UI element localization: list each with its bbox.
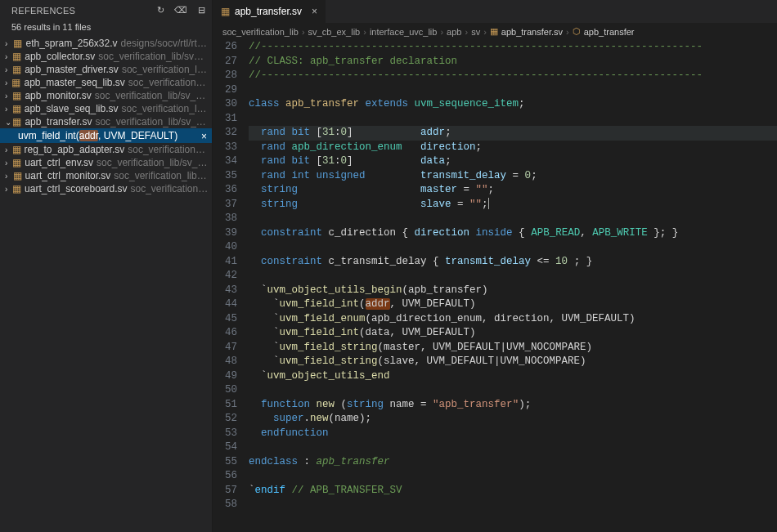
file-icon: ▦ (12, 183, 21, 194)
code-line[interactable] (249, 269, 777, 284)
line-number: 54 (213, 440, 237, 455)
breadcrumb-symbol[interactable]: apb_transfer (584, 27, 635, 37)
code-line[interactable]: `uvm_field_int(data, UVM_DEFAULT) (249, 326, 777, 341)
file-row[interactable]: ›▦apb_slave_seq_lib.svsoc_verification_l… (0, 102, 212, 115)
code-line[interactable]: `uvm_object_utils_end (249, 369, 777, 384)
file-row[interactable]: ⌄▦apb_transfer.svsoc_verification_lib/sv… (0, 115, 212, 128)
file-path: soc_verification_lib/sv_cb_ex_li... (97, 157, 209, 168)
chevron-right-icon: › (440, 27, 443, 37)
breadcrumb-segment[interactable]: soc_verification_lib (222, 27, 299, 37)
code-line[interactable]: super.new(name); (249, 412, 777, 427)
file-icon: ▦ (12, 51, 21, 62)
code-line[interactable] (249, 212, 777, 226)
chevron-right-icon: › (302, 27, 305, 37)
code-line[interactable]: rand bit [31:0] addr; (249, 126, 777, 141)
chevron-right-icon: › (5, 92, 12, 101)
line-number: 38 (213, 212, 237, 226)
file-name: apb_slave_seq_lib.sv (25, 103, 119, 114)
breadcrumb-segment[interactable]: sv_cb_ex_lib (308, 27, 361, 37)
code-line[interactable]: constraint c_direction { direction insid… (249, 226, 777, 241)
code-editor[interactable]: 2627282930313233343536373839404142434445… (213, 40, 777, 532)
line-number: 44 (213, 297, 237, 312)
code-line[interactable]: string master = ""; (249, 183, 777, 198)
file-path: soc_verification_lib/sv_c... (128, 77, 209, 88)
breadcrumb-segment[interactable]: apb (447, 27, 461, 37)
code-line[interactable]: `uvm_field_string(slave, UVM_DEFAULT|UVM… (249, 355, 777, 369)
code-line[interactable]: `endif // APB_TRANSFER_SV (249, 484, 777, 498)
code-line[interactable]: function new (string name = "apb_transfe… (249, 398, 777, 413)
file-icon: ▦ (12, 157, 21, 168)
code-line[interactable] (249, 240, 777, 255)
collapse-all-icon[interactable]: ⊟ (198, 5, 205, 16)
code-line[interactable]: //--------------------------------------… (249, 69, 777, 83)
file-name: apb_transfer.sv (25, 116, 92, 127)
code-line[interactable]: rand apb_direction_enum direction; (249, 141, 777, 155)
code-line[interactable]: constraint c_transmit_delay { transmit_d… (249, 255, 777, 270)
file-icon: ▦ (12, 103, 21, 114)
refresh-icon[interactable]: ↻ (157, 5, 164, 16)
code-line[interactable]: rand bit [31:0] data; (249, 154, 777, 169)
close-icon[interactable]: × (312, 6, 317, 17)
match-text: uvm_field_int(addr, UVM_DEFAULT) (18, 130, 177, 141)
tab-bar[interactable]: ▦ apb_transfer.sv × (213, 0, 777, 23)
code-line[interactable]: // CLASS: apb_transfer declaration (249, 55, 777, 69)
chevron-right-icon: › (5, 159, 12, 168)
line-number: 55 (213, 455, 237, 470)
code-line[interactable]: rand int unsigned transmit_delay = 0; (249, 169, 777, 184)
file-path: soc_verification_lib/sv_cb_ex_l... (98, 51, 209, 62)
line-number: 49 (213, 369, 237, 384)
file-row[interactable]: ›▦apb_master_driver.svsoc_verification_l… (0, 63, 212, 76)
line-number: 52 (213, 412, 237, 427)
file-row[interactable]: ›▦uart_ctrl_env.svsoc_verification_lib/s… (0, 156, 212, 169)
line-number: 34 (213, 154, 237, 169)
line-number: 35 (213, 169, 237, 184)
line-number: 39 (213, 226, 237, 241)
chevron-right-icon: › (5, 65, 12, 74)
code-line[interactable]: endfunction (249, 427, 777, 441)
chevron-right-icon: › (5, 185, 12, 194)
code-line[interactable]: class apb_transfer extends uvm_sequence_… (249, 97, 777, 112)
code-line[interactable]: `uvm_object_utils_begin(apb_transfer) (249, 284, 777, 298)
file-icon: ▦ (490, 26, 498, 37)
file-icon: ▦ (12, 64, 21, 75)
file-row[interactable]: ›▦apb_monitor.svsoc_verification_lib/sv_… (0, 89, 212, 102)
file-list[interactable]: ›▦eth_spram_256x32.vdesigns/socv/rtl/rtl… (0, 37, 212, 532)
code-line[interactable] (249, 83, 777, 98)
code-line[interactable] (249, 469, 777, 484)
file-row[interactable]: ›▦reg_to_apb_adapter.svsoc_verification_… (0, 143, 212, 156)
line-number: 32 (213, 126, 237, 141)
code-line[interactable] (249, 498, 777, 512)
clear-icon[interactable]: ⌫ (174, 5, 187, 16)
line-number: 41 (213, 255, 237, 270)
file-icon: ▦ (11, 77, 20, 88)
line-number: 57 (213, 484, 237, 498)
breadcrumb-segment[interactable]: interface_uvc_lib (370, 27, 438, 37)
breadcrumb-file[interactable]: apb_transfer.sv (501, 27, 563, 37)
tab-apb-transfer[interactable]: ▦ apb_transfer.sv × (213, 0, 326, 23)
file-row[interactable]: ›▦apb_master_seq_lib.svsoc_verification_… (0, 76, 212, 89)
code-line[interactable] (249, 112, 777, 127)
chevron-right-icon: › (5, 172, 13, 181)
file-row[interactable]: ›▦apb_collector.svsoc_verification_lib/s… (0, 50, 212, 63)
code-line[interactable]: string slave = ""; (249, 198, 777, 212)
file-icon: ▦ (221, 6, 230, 17)
breadcrumb-segment[interactable]: sv (471, 27, 480, 37)
code-line[interactable]: `uvm_field_string(master, UVM_DEFAULT|UV… (249, 341, 777, 355)
chevron-right-icon: › (5, 78, 11, 87)
close-icon[interactable]: × (201, 131, 207, 142)
code-line[interactable]: `uvm_field_int(addr, UVM_DEFAULT) (249, 297, 777, 312)
code-line[interactable]: endclass : apb_transfer (249, 455, 777, 470)
code-line[interactable] (249, 383, 777, 398)
file-name: reg_to_apb_adapter.sv (25, 144, 125, 155)
code-line[interactable]: `uvm_field_enum(apb_direction_enum, dire… (249, 312, 777, 327)
code-line[interactable] (249, 440, 777, 455)
code-line[interactable]: //--------------------------------------… (249, 40, 777, 55)
file-row[interactable]: ›▦uart_ctrl_monitor.svsoc_verification_l… (0, 169, 212, 182)
code-content[interactable]: //--------------------------------------… (249, 40, 777, 532)
breadcrumb[interactable]: soc_verification_lib › sv_cb_ex_lib › in… (213, 23, 777, 40)
search-match-selected[interactable]: uvm_field_int(addr, UVM_DEFAULT)× (0, 128, 212, 143)
file-row[interactable]: ›▦eth_spram_256x32.vdesigns/socv/rtl/rtl… (0, 37, 212, 50)
line-number: 36 (213, 183, 237, 198)
file-row[interactable]: ›▦uart_ctrl_scoreboard.svsoc_verificatio… (0, 182, 212, 195)
sidebar-header: REFERENCES ↻ ⌫ ⊟ (0, 0, 212, 20)
